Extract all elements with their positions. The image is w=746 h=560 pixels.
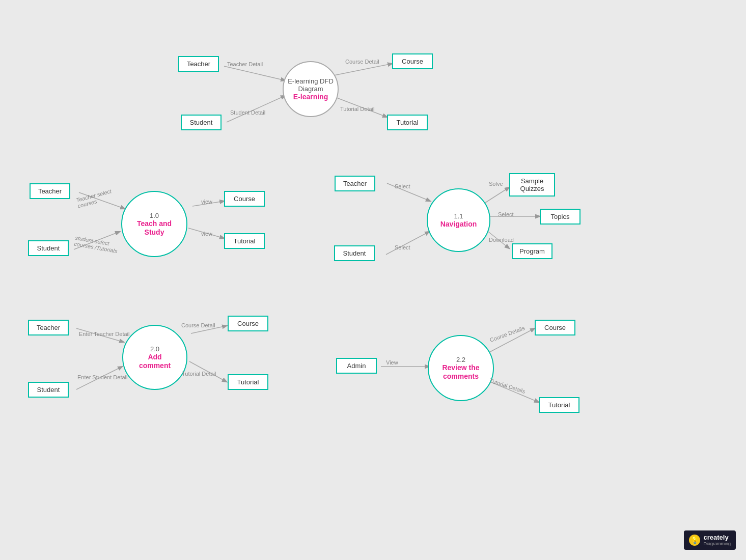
- label-student-detail: Student Detail: [230, 109, 265, 116]
- box-label: Student: [343, 249, 366, 257]
- label-download: Download: [489, 237, 514, 243]
- box-label: Student: [37, 244, 60, 252]
- box-teacher-0: Teacher: [178, 56, 219, 72]
- label-teacher-detail: Teacher Detail: [227, 61, 263, 67]
- circle-add-comment: 2.0 Addcomment: [122, 325, 187, 390]
- label-student-select: student selectcourses /Tutorials: [74, 235, 119, 255]
- box-label: SampleQuizzes: [520, 177, 544, 192]
- box-label: Topics: [551, 213, 570, 220]
- svg-line-2: [334, 64, 392, 75]
- circle-label-teach-study: Teach andStudy: [137, 219, 172, 237]
- box-admin-22: Admin: [336, 358, 377, 374]
- box-topics: Topics: [540, 209, 581, 225]
- connectors-svg: [0, 0, 746, 560]
- label-course-details-22: Course Details: [489, 325, 526, 343]
- box-sample-quizzes: SampleQuizzes: [509, 173, 555, 197]
- box-teacher-11: Teacher: [335, 176, 375, 191]
- label-enter-teacher: Enter Teacher Detail: [79, 331, 129, 337]
- creately-brand-name: creately: [703, 534, 731, 542]
- svg-line-1: [224, 66, 285, 80]
- box-teacher-10: Teacher: [30, 183, 70, 199]
- creately-bulb-icon: 💡: [689, 535, 700, 546]
- label-tutorial-details-22: Tutorial Details: [489, 377, 526, 395]
- creately-brand: creately Diagramming: [703, 534, 731, 547]
- box-label: Student: [190, 119, 213, 126]
- box-student-10: Student: [28, 240, 69, 256]
- box-label: Teacher: [187, 60, 210, 68]
- creately-logo: 💡 creately Diagramming: [684, 530, 736, 550]
- label-view-22: View: [386, 359, 398, 366]
- label-tutorial-detail: Tutorial Detail: [340, 106, 374, 112]
- box-label: Course: [402, 58, 423, 65]
- box-label: Tutorial: [397, 119, 419, 126]
- svg-line-3: [227, 96, 285, 122]
- circle-label-navigation: Navigation: [440, 220, 477, 229]
- circle-label-add-comment: Addcomment: [139, 353, 171, 370]
- box-program: Program: [512, 243, 552, 259]
- label-enter-student: Enter Student Detail: [77, 374, 127, 380]
- box-label: Course: [234, 195, 255, 203]
- box-tutorial-0: Tutorial: [387, 115, 428, 130]
- box-course-10: Course: [224, 191, 265, 207]
- svg-line-10: [386, 232, 429, 255]
- box-label: Teacher: [38, 187, 62, 195]
- label-select-student: Select: [395, 244, 410, 250]
- box-tutorial-20: Tutorial: [228, 374, 268, 390]
- box-label: Tutorial: [237, 378, 259, 386]
- circle-elearning: E-learning DFD Diagram E-learning: [283, 61, 339, 117]
- box-label: Teacher: [343, 180, 367, 187]
- label-select-topics: Select: [498, 211, 514, 217]
- label-tutorial-detail-20: Tutorial Detail: [182, 371, 216, 377]
- label-view-tutorial: view: [201, 231, 212, 237]
- box-label: Course: [237, 320, 259, 327]
- label-solve: Solve: [489, 181, 503, 187]
- box-label: Student: [37, 386, 60, 394]
- circle-teach-study: 1.0 Teach andStudy: [121, 191, 187, 257]
- circle-number-10: 1.0: [150, 212, 159, 219]
- box-teacher-20: Teacher: [28, 320, 69, 335]
- diagram-canvas: E-learning DFD Diagram E-learning Teache…: [0, 0, 746, 560]
- box-label: Tutorial: [234, 237, 256, 245]
- label-teacher-select: Teacher selectcourses: [75, 188, 114, 209]
- box-course-20: Course: [228, 316, 268, 331]
- box-label: Admin: [347, 362, 366, 370]
- box-label: Course: [544, 324, 566, 331]
- circle-number-22: 2.2: [456, 356, 465, 363]
- circle-number-11: 1.1: [454, 212, 463, 220]
- box-student-11: Student: [334, 245, 375, 261]
- circle-review-comments: 2.2 Review thecomments: [428, 335, 494, 401]
- creately-brand-sub: Diagramming: [703, 541, 731, 547]
- box-course-22: Course: [535, 320, 575, 335]
- circle-label-elearning: E-learning: [293, 93, 328, 101]
- box-course-0: Course: [392, 53, 433, 69]
- label-select-teacher: Select: [395, 183, 410, 189]
- circle-number-20: 2.0: [150, 345, 159, 353]
- label-course-detail: Course Detail: [345, 59, 379, 65]
- box-tutorial-10: Tutorial: [224, 233, 265, 249]
- circle-number-0: E-learning DFD Diagram: [284, 77, 338, 93]
- box-label: Teacher: [37, 324, 60, 331]
- box-label: Program: [519, 247, 545, 255]
- box-tutorial-22: Tutorial: [539, 397, 579, 413]
- svg-line-11: [484, 187, 509, 204]
- circle-navigation: 1.1 Navigation: [427, 188, 490, 252]
- box-label: Tutorial: [548, 401, 570, 409]
- box-student-20: Student: [28, 382, 69, 398]
- label-view-course: view: [201, 199, 212, 205]
- circle-label-review: Review thecomments: [442, 363, 479, 381]
- box-student-0: Student: [181, 115, 222, 130]
- label-course-detail-20: Course Detail: [181, 322, 215, 328]
